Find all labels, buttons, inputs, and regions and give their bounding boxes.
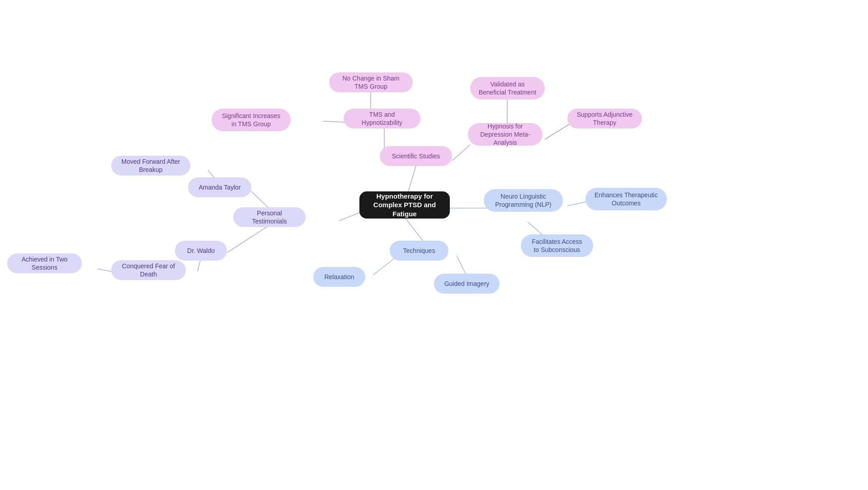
tms-hypnotizability-node[interactable]: TMS and Hypnotizability (344, 109, 420, 128)
conquered-fear-node[interactable]: Conquered Fear of Death (111, 260, 186, 280)
scientific-studies-node[interactable]: Scientific Studies (380, 146, 452, 166)
facilitates-node[interactable]: Facilitates Access to Subconscious (521, 234, 593, 257)
guided-imagery-node[interactable]: Guided Imagery (434, 274, 500, 294)
enhances-node[interactable]: Enhances Therapeutic Outcomes (585, 188, 667, 210)
svg-line-3 (323, 121, 346, 122)
dr-waldo-node[interactable]: Dr. Waldo (175, 241, 227, 261)
svg-line-4 (452, 145, 470, 161)
validated-node[interactable]: Validated as Beneficial Treatment (470, 77, 545, 100)
supports-adjunctive-node[interactable]: Supports Adjunctive Therapy (567, 109, 642, 128)
svg-line-13 (339, 213, 359, 221)
nlp-node[interactable]: Neuro Linguistic Programming (NLP) (484, 189, 563, 212)
center-node[interactable]: Hypnotherapy for Complex PTSD and Fatigu… (359, 191, 450, 219)
moved-forward-node[interactable]: Moved Forward After Breakup (111, 156, 190, 176)
relaxation-node[interactable]: Relaxation (313, 267, 365, 287)
no-change-node[interactable]: No Change in Sham TMS Group (329, 72, 413, 92)
personal-testimonials-node[interactable]: Personal Testimonials (233, 207, 306, 227)
hypnosis-depression-node[interactable]: Hypnosis for Depression Meta-Analysis (468, 123, 542, 146)
svg-line-16 (227, 224, 271, 252)
amanda-taylor-node[interactable]: Amanda Taylor (188, 177, 251, 197)
achieved-node[interactable]: Achieved in Two Sessions (7, 253, 82, 273)
significant-increases-node[interactable]: Significant Increases in TMS Group (212, 109, 291, 131)
techniques-node[interactable]: Techniques (390, 241, 448, 261)
